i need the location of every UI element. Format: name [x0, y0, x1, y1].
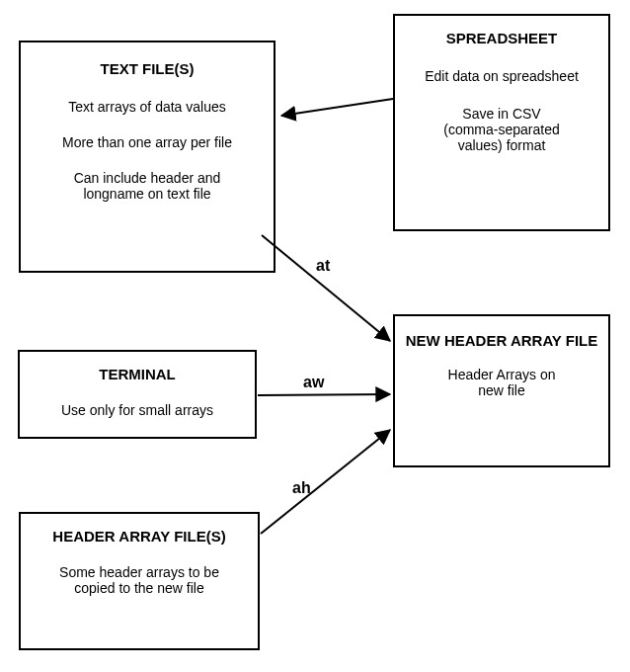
box-text-file: TEXT FILE(S) Text arrays of data values … — [19, 41, 276, 273]
new-file-title: NEW HEADER ARRAY FILE — [405, 332, 598, 349]
header-line1: Some header arrays to be copied to the n… — [31, 564, 248, 596]
box-spreadsheet: SPREADSHEET Edit data on spreadsheet Sav… — [393, 14, 610, 231]
arrow-textfile-to-newfile — [262, 235, 390, 341]
label-ah: ah — [292, 479, 311, 497]
spreadsheet-line2: Save in CSV (comma-separated values) for… — [405, 106, 598, 153]
text-file-title: TEXT FILE(S) — [31, 60, 264, 77]
arrow-header-to-newfile — [261, 430, 390, 534]
diagram-canvas: TEXT FILE(S) Text arrays of data values … — [0, 0, 630, 672]
terminal-title: TERMINAL — [30, 366, 245, 382]
new-file-line1: Header Arrays on new file — [405, 367, 598, 398]
box-header-array-file: HEADER ARRAY FILE(S) Some header arrays … — [19, 512, 260, 650]
text-file-line3: Can include header and longname on text … — [31, 170, 264, 202]
text-file-line2: More than one array per file — [31, 134, 264, 150]
box-terminal: TERMINAL Use only for small arrays — [18, 350, 257, 439]
label-at: at — [316, 257, 330, 275]
terminal-line1: Use only for small arrays — [30, 402, 245, 418]
label-aw: aw — [303, 374, 324, 391]
arrow-terminal-to-newfile — [258, 394, 390, 395]
arrow-spreadsheet-to-textfile — [281, 99, 393, 116]
text-file-line1: Text arrays of data values — [31, 99, 264, 115]
box-new-header-file: NEW HEADER ARRAY FILE Header Arrays on n… — [393, 314, 610, 467]
header-title: HEADER ARRAY FILE(S) — [31, 528, 248, 545]
spreadsheet-title: SPREADSHEET — [405, 30, 598, 46]
spreadsheet-line1: Edit data on spreadsheet — [405, 68, 598, 84]
